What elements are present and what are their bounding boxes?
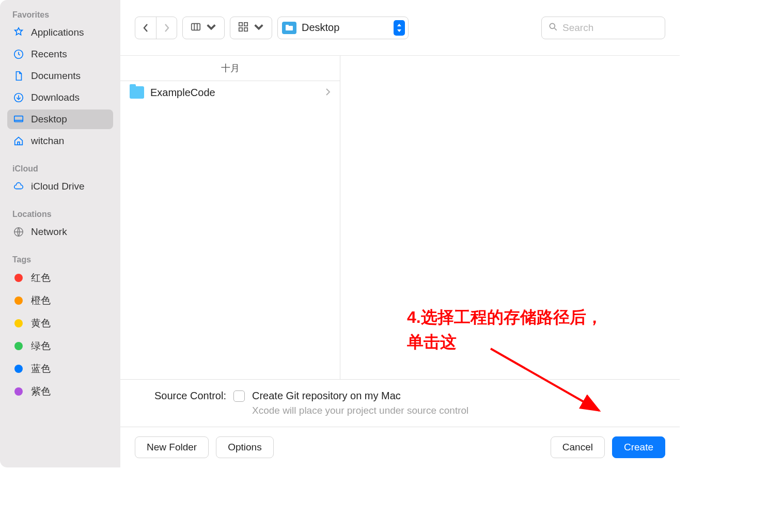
sidebar-tag-purple[interactable]: 紫色 bbox=[7, 381, 113, 402]
source-control-section: Source Control: Create Git repository on… bbox=[120, 379, 680, 427]
sidebar-item-recents[interactable]: Recents bbox=[7, 44, 113, 64]
path-label: Desktop bbox=[302, 22, 388, 34]
button-label: New Folder bbox=[147, 442, 197, 453]
network-icon bbox=[12, 226, 25, 238]
sidebar-tag-orange[interactable]: 橙色 bbox=[7, 290, 113, 311]
document-icon bbox=[12, 70, 25, 82]
svg-point-11 bbox=[550, 23, 555, 28]
main-area: Desktop 十月 ExampleCode bbox=[120, 0, 680, 467]
save-dialog-window: Favorites Applications Recents Documents… bbox=[0, 0, 680, 467]
path-popup-button[interactable]: Desktop bbox=[277, 17, 409, 39]
sidebar-item-label: 绿色 bbox=[31, 339, 51, 353]
svg-rect-7 bbox=[239, 27, 242, 30]
path-stepper-icon bbox=[394, 20, 405, 36]
source-control-label: Source Control: bbox=[136, 390, 226, 402]
options-button[interactable]: Options bbox=[216, 436, 273, 458]
columns-icon bbox=[190, 21, 201, 35]
icloud-header: iCloud bbox=[7, 164, 113, 174]
search-input[interactable] bbox=[562, 22, 659, 34]
clock-icon bbox=[12, 48, 25, 60]
button-label: Create bbox=[624, 442, 653, 453]
button-label: Options bbox=[228, 442, 261, 453]
sidebar-tag-blue[interactable]: 蓝色 bbox=[7, 358, 113, 379]
svg-rect-4 bbox=[192, 23, 200, 30]
home-icon bbox=[12, 135, 25, 147]
view-columns-button[interactable] bbox=[182, 17, 225, 39]
column-header: 十月 bbox=[120, 56, 340, 81]
sidebar-item-label: Network bbox=[31, 226, 67, 238]
chevron-down-icon bbox=[253, 21, 264, 35]
sidebar: Favorites Applications Recents Documents… bbox=[0, 0, 120, 467]
sidebar-item-label: 黄色 bbox=[31, 317, 51, 330]
tag-dot-icon bbox=[14, 365, 23, 373]
sidebar-item-downloads[interactable]: Downloads bbox=[7, 88, 113, 107]
tag-dot-icon bbox=[14, 387, 23, 396]
sidebar-item-home[interactable]: witchan bbox=[7, 131, 113, 151]
sidebar-item-icloud-drive[interactable]: iCloud Drive bbox=[7, 177, 113, 196]
svg-rect-2 bbox=[14, 116, 23, 122]
sidebar-tag-yellow[interactable]: 黄色 bbox=[7, 313, 113, 334]
tag-dot-icon bbox=[14, 296, 23, 305]
group-by-button[interactable] bbox=[230, 17, 272, 39]
forward-button[interactable] bbox=[156, 17, 177, 39]
cloud-icon bbox=[12, 180, 25, 193]
git-checkbox[interactable] bbox=[233, 390, 245, 402]
sidebar-tag-red[interactable]: 红色 bbox=[7, 268, 113, 288]
sidebar-item-label: iCloud Drive bbox=[31, 181, 84, 192]
locations-header: Locations bbox=[7, 210, 113, 219]
svg-rect-8 bbox=[244, 27, 247, 30]
create-button[interactable]: Create bbox=[612, 436, 665, 458]
new-folder-button[interactable]: New Folder bbox=[135, 436, 209, 458]
search-field[interactable] bbox=[541, 17, 665, 39]
tag-dot-icon bbox=[14, 342, 23, 350]
sidebar-item-label: Applications bbox=[31, 27, 84, 38]
grid-icon bbox=[238, 21, 249, 35]
source-control-hint: Xcode will place your project under sour… bbox=[252, 405, 664, 416]
sidebar-item-label: 橙色 bbox=[31, 294, 51, 307]
sidebar-item-applications[interactable]: Applications bbox=[7, 23, 113, 42]
applications-icon bbox=[12, 26, 25, 39]
cancel-button[interactable]: Cancel bbox=[551, 436, 605, 458]
tags-header: Tags bbox=[7, 255, 113, 264]
sidebar-item-label: Downloads bbox=[31, 92, 80, 103]
sidebar-item-label: 紫色 bbox=[31, 385, 51, 398]
desktop-icon bbox=[12, 113, 25, 126]
sidebar-item-label: Recents bbox=[31, 49, 67, 60]
sidebar-item-network[interactable]: Network bbox=[7, 222, 113, 242]
button-label: Cancel bbox=[562, 442, 593, 453]
downloads-icon bbox=[12, 91, 25, 104]
sidebar-item-documents[interactable]: Documents bbox=[7, 66, 113, 86]
sidebar-item-desktop[interactable]: Desktop bbox=[7, 109, 113, 129]
svg-rect-9 bbox=[286, 26, 293, 30]
git-checkbox-label: Create Git repository on my Mac bbox=[252, 390, 401, 402]
favorites-header: Favorites bbox=[7, 10, 113, 20]
browser-column-empty bbox=[340, 56, 680, 379]
nav-segment bbox=[135, 17, 177, 39]
sidebar-item-label: Documents bbox=[31, 70, 81, 82]
chevron-down-icon bbox=[206, 21, 217, 35]
search-icon bbox=[548, 22, 558, 34]
sidebar-item-label: Desktop bbox=[31, 114, 67, 125]
browser-column: 十月 ExampleCode bbox=[120, 56, 340, 379]
chevron-right-icon bbox=[325, 87, 331, 99]
footer-bar: New Folder Options Cancel Create bbox=[120, 427, 680, 467]
svg-rect-10 bbox=[286, 25, 289, 26]
toolbar: Desktop bbox=[120, 0, 680, 56]
file-name: ExampleCode bbox=[150, 87, 215, 99]
folder-badge-icon bbox=[282, 22, 296, 34]
tag-dot-icon bbox=[14, 319, 23, 327]
back-button[interactable] bbox=[135, 17, 156, 39]
file-row-examplecode[interactable]: ExampleCode bbox=[120, 81, 340, 104]
sidebar-tag-green[interactable]: 绿色 bbox=[7, 336, 113, 356]
file-browser: 十月 ExampleCode bbox=[120, 56, 680, 379]
sidebar-item-label: 红色 bbox=[31, 271, 51, 285]
svg-rect-6 bbox=[244, 22, 247, 25]
folder-icon bbox=[130, 86, 144, 99]
tag-dot-icon bbox=[14, 274, 23, 282]
svg-rect-5 bbox=[239, 22, 242, 25]
sidebar-item-label: 蓝色 bbox=[31, 362, 51, 375]
sidebar-item-label: witchan bbox=[31, 135, 64, 147]
